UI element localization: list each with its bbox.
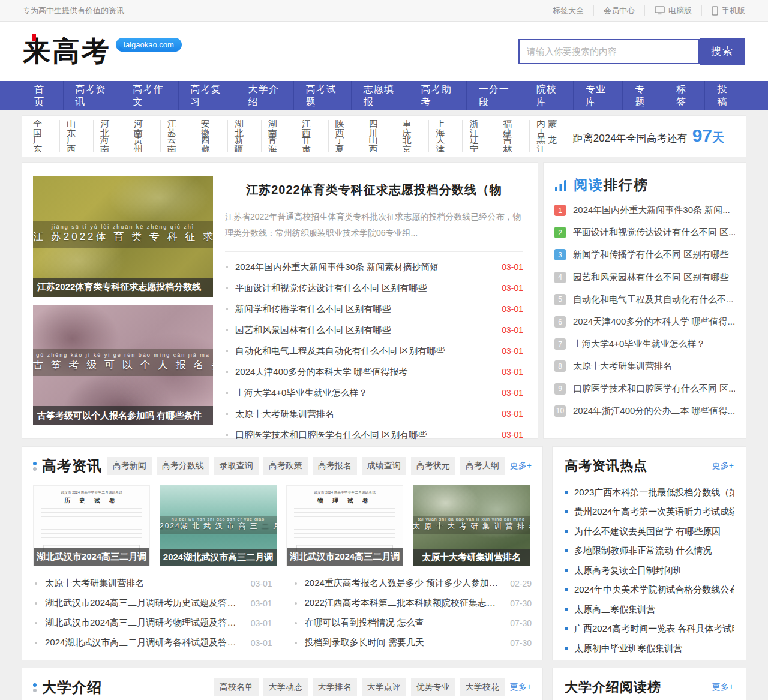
topbar-link-tags[interactable]: 标签大全 [543, 5, 594, 16]
region-link[interactable]: 广西 [59, 135, 93, 153]
article-link[interactable]: 湖北武汉市2024高三二月调研考物理试题及答案解析 [45, 617, 245, 629]
nav-item[interactable]: 大学介绍 [236, 81, 293, 110]
news-more-link[interactable]: 更多+ [510, 461, 532, 471]
region-link[interactable]: 广东 [26, 135, 59, 153]
ranking-link[interactable]: 平面设计和视觉传达设计有什么不同 区... [573, 227, 735, 238]
nav-item[interactable]: 高考助考 [409, 81, 466, 110]
category-tab[interactable]: 大学排名 [313, 678, 357, 696]
nav-item[interactable]: 高考试题 [293, 81, 351, 110]
region-link[interactable]: 青海 [261, 135, 295, 153]
topbar-link-member[interactable]: 会员中心 [594, 5, 645, 16]
news-thumb-4[interactable]: tài yuán shí dà kǎo yán jí xùn yíng pái … [413, 485, 530, 566]
region-link[interactable]: 山西 [362, 135, 395, 153]
article-link[interactable]: 太原十大考研集训营排名 [45, 578, 245, 589]
nav-item[interactable]: 高考资讯 [63, 81, 121, 110]
article-link[interactable]: 2024重庆高考报名人数是多少 预计多少人参加高考 [305, 578, 505, 589]
nav-item[interactable]: 专业库 [573, 81, 622, 110]
university-ranking-more-link[interactable]: 更多+ [712, 682, 734, 693]
hot-article-link[interactable]: 太原高考复读全日制封闭班 [574, 565, 734, 576]
topbar-links: 标签大全 会员中心 电脑版 手机版 [543, 5, 745, 16]
search-input[interactable] [518, 39, 700, 64]
hot-article-link[interactable]: 太原初中毕业班寒假集训营 [574, 643, 734, 654]
ranking-link[interactable]: 太原十大考研集训营排名 [573, 360, 735, 372]
article-link[interactable]: 太原十大考研集训营排名 [235, 408, 493, 420]
region-link[interactable]: 天津 [428, 135, 462, 153]
topbar-link-pc[interactable]: 电脑版 [645, 5, 702, 16]
ranking-link[interactable]: 上海大学4+0毕业生就业怎么样？ [573, 338, 735, 350]
region-link[interactable]: 西藏 [194, 135, 227, 153]
featured-title[interactable]: 江苏2022体育类专科征求志愿投档分数线（物 [225, 182, 523, 198]
university-more-link[interactable]: 更多+ [510, 682, 532, 693]
region-link[interactable]: 甘肃 [295, 135, 328, 153]
ranking-link[interactable]: 园艺和风景园林有什么不同 区别有哪些 [573, 272, 735, 283]
hot-article-link[interactable]: 多地限制教师非正常流动 什么情况 [574, 545, 734, 557]
site-logo[interactable]: 来高考 laigaokao.com [23, 37, 182, 65]
featured-thumb-2[interactable]: gǔ zhēng kǎo jí kě yǐ gè rén bào míng cā… [33, 305, 213, 426]
category-tab[interactable]: 高考报名 [313, 457, 357, 475]
article-link[interactable]: 上海大学4+0毕业生就业怎么样？ [235, 387, 493, 399]
news-thumbnails: 武汉市 2024 届高中毕业生二月调研考试 历 史 试 卷 湖北武汉市2024高… [33, 485, 532, 566]
category-tab[interactable]: 大学动态 [263, 678, 308, 696]
hot-article-link[interactable]: 为什么不建议去英国留学 有哪些原因 [574, 526, 734, 537]
nav-item[interactable]: 投稿 [704, 81, 746, 110]
nav-item[interactable]: 院校库 [524, 81, 573, 110]
category-tab[interactable]: 优势专业 [411, 678, 455, 696]
hot-article-link[interactable]: 广西2024高考时间一览表 各科具体考试时 [574, 623, 734, 635]
region-link[interactable]: 海南 [93, 135, 127, 153]
region-link[interactable]: 云南 [160, 135, 194, 153]
region-link[interactable]: 黑龙江 [529, 135, 572, 153]
news-thumb-3[interactable]: 武汉市 2024 届高中毕业生二月调研考试 物 理 试 卷 湖北武汉市2024高… [286, 485, 403, 566]
category-tab[interactable]: 高校名单 [214, 678, 259, 696]
ranking-link[interactable]: 自动化和电气工程及其自动化有什么不... [573, 294, 735, 305]
article-link[interactable]: 2024天津400多分的本科大学 哪些值得报考 [235, 366, 493, 378]
category-tab[interactable]: 高考大纲 [460, 457, 505, 475]
region-link[interactable]: 北京 [395, 135, 428, 153]
news-thumb-1[interactable]: 武汉市 2024 届高中毕业生二月调研考试 历 史 试 卷 湖北武汉市2024高… [33, 485, 150, 566]
article-link[interactable]: 新闻学和传播学有什么不同 区别有哪些 [235, 304, 493, 315]
nav-item[interactable]: 首页 [22, 81, 63, 110]
region-link[interactable]: 辽宁 [462, 135, 496, 153]
category-tab[interactable]: 高考政策 [263, 457, 308, 475]
nav-item[interactable]: 一分一段 [466, 81, 524, 110]
nav-item[interactable]: 志愿填报 [351, 81, 409, 110]
article-link[interactable]: 2024年国内外重大新闻事件30条 新闻素材摘抄简短 [235, 262, 493, 273]
article-link[interactable]: 平面设计和视觉传达设计有什么不同 区别有哪些 [235, 283, 493, 294]
article-link[interactable]: 2024湖北武汉市高三二月调研考各科试题及答案汇总 [45, 637, 245, 648]
category-tab[interactable]: 成绩查询 [362, 457, 406, 475]
article-link[interactable]: 2022江西高考本科第二批本科缺额院校征集志愿投档情 [305, 597, 505, 609]
hot-article-link[interactable]: 2023广西本科第一批最低投档分数线（第二 [574, 487, 734, 498]
topbar-link-mobile[interactable]: 手机版 [702, 5, 745, 16]
ranking-link[interactable]: 口腔医学技术和口腔医学有什么不同 区... [573, 383, 735, 395]
category-tab[interactable]: 高考状元 [411, 457, 455, 475]
search-button[interactable]: 搜索 [700, 38, 745, 65]
ranking-link[interactable]: 2024年浙江400分的公办二本 哪些值得... [573, 405, 735, 417]
featured-thumb-1[interactable]: jiāng sū tǐ yù lèi zhuān kē zhēng qiú zh… [33, 176, 213, 297]
article-link[interactable]: 园艺和风景园林有什么不同 区别有哪些 [235, 325, 493, 336]
category-tab[interactable]: 录取查询 [214, 457, 259, 475]
region-link[interactable]: 吉林 [496, 135, 529, 153]
category-tab[interactable]: 高考新闻 [107, 457, 152, 475]
hot-more-link[interactable]: 更多+ [712, 461, 734, 471]
nav-item[interactable]: 标签 [664, 81, 705, 110]
hot-article-link[interactable]: 2024年中央美术学院初试合格分数线公布 [574, 584, 734, 596]
category-tab[interactable]: 高考分数线 [157, 457, 209, 475]
nav-item[interactable]: 高考复习 [178, 81, 236, 110]
article-link[interactable]: 自动化和电气工程及其自动化有什么不同 区别有哪些 [235, 346, 493, 357]
region-link[interactable]: 贵州 [127, 135, 160, 153]
category-tab[interactable]: 大学点评 [362, 678, 406, 696]
hot-article-link[interactable]: 贵州2024年高考第一次英语听力考试成绩公 [574, 506, 734, 518]
article-link[interactable]: 湖北武汉市2024高三二月调研考历史试题及答案解析 [45, 597, 245, 609]
article-link[interactable]: 投档到录取多长时间 需要几天 [305, 637, 505, 648]
ranking-link[interactable]: 新闻学和传播学有什么不同 区别有哪些 [573, 249, 735, 260]
news-thumb-2[interactable]: hú běi wǔ hàn shì gāo sān èr yuè diào 20… [160, 485, 277, 566]
article-link[interactable]: 在哪可以看到投档情况 怎么查 [305, 617, 505, 629]
article-link[interactable]: 口腔医学技术和口腔医学有什么不同 区别有哪些 [235, 429, 493, 441]
nav-item[interactable]: 高考作文 [121, 81, 178, 110]
ranking-link[interactable]: 2024年国内外重大新闻事件30条 新闻... [573, 205, 735, 216]
nav-item[interactable]: 专题 [622, 81, 664, 110]
region-link[interactable]: 新疆 [227, 135, 261, 153]
ranking-link[interactable]: 2024天津400多分的本科大学 哪些值得... [573, 316, 735, 328]
category-tab[interactable]: 大学校花 [460, 678, 505, 696]
region-link[interactable]: 宁夏 [328, 135, 362, 153]
hot-article-link[interactable]: 太原高三寒假集训营 [574, 604, 734, 615]
